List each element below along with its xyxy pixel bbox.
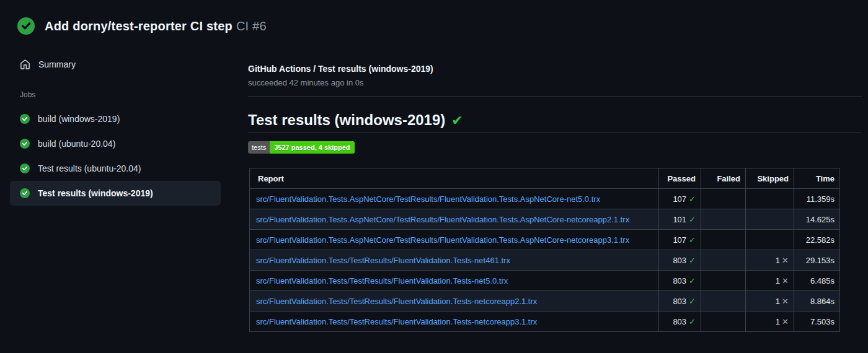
report-link[interactable]: src/FluentValidation.Tests.AspNetCore/Te…	[256, 194, 600, 204]
time-cell: 8.864s	[794, 291, 840, 312]
time-value: 8.864s	[810, 297, 835, 306]
skipped-cell	[746, 230, 794, 250]
passed-cell: 803✓	[659, 271, 701, 291]
time-cell: 11.359s	[794, 189, 840, 209]
time-cell: 22.582s	[794, 230, 840, 250]
failed-cell	[701, 209, 746, 230]
failed-cell	[701, 250, 746, 271]
tests-badge: tests 3527 passed, 4 skipped	[248, 141, 355, 154]
success-check-icon: ✔	[451, 113, 463, 128]
table-row: src/FluentValidation.Tests.AspNetCore/Te…	[250, 189, 840, 209]
column-header: Skipped	[746, 168, 794, 189]
home-icon	[20, 59, 30, 70]
table-row: src/FluentValidation.Tests.AspNetCore/Te…	[250, 209, 840, 230]
failed-cell	[701, 271, 746, 291]
time-value: 14.625s	[806, 215, 835, 224]
skipped-count: 1	[776, 297, 780, 306]
report-cell: src/FluentValidation.Tests/TestResults/F…	[250, 271, 659, 291]
failed-cell	[701, 291, 746, 312]
table-row: src/FluentValidation.Tests/TestResults/F…	[250, 291, 840, 312]
passed-cell: 107✓	[659, 189, 701, 209]
skipped-count: 1	[776, 276, 780, 285]
skipped-cell	[746, 209, 794, 230]
job-label: Test results (windows-2019)	[38, 188, 153, 198]
skipped-cell: 1✕	[746, 271, 794, 291]
check-run-title: GitHub Actions / Test results (windows-2…	[248, 64, 433, 74]
report-link[interactable]: src/FluentValidation.Tests/TestResults/F…	[256, 317, 537, 326]
passed-count: 803	[673, 317, 686, 326]
sidebar: Summary Jobs build (windows-2019)build (…	[0, 0, 236, 353]
passed-count: 107	[673, 194, 686, 204]
passed-count: 107	[673, 235, 686, 245]
job-list: build (windows-2019)build (ubuntu-20.04)…	[10, 107, 221, 206]
summary-label: Summary	[38, 59, 76, 69]
failed-cell	[701, 312, 746, 332]
cross-icon: ✕	[782, 297, 789, 306]
column-header: Report	[250, 168, 659, 189]
passed-cell: 803✓	[659, 312, 701, 332]
check-icon: ✓	[689, 297, 696, 306]
table-header-row: ReportPassedFailedSkippedTime	[250, 168, 840, 189]
check-success-icon	[20, 139, 30, 149]
report-link[interactable]: src/FluentValidation.Tests.AspNetCore/Te…	[256, 215, 629, 224]
sidebar-job-item[interactable]: Test results (ubuntu-20.04)	[10, 156, 221, 181]
check-icon: ✓	[689, 317, 696, 326]
table-row: src/FluentValidation.Tests/TestResults/F…	[250, 271, 840, 291]
badge-message: 3527 passed, 4 skipped	[270, 141, 354, 154]
table-row: src/FluentValidation.Tests.AspNetCore/Te…	[250, 230, 840, 250]
report-cell: src/FluentValidation.Tests.AspNetCore/Te…	[250, 209, 659, 230]
passed-count: 803	[673, 256, 686, 265]
check-icon: ✓	[689, 256, 696, 265]
cross-icon: ✕	[782, 276, 789, 285]
check-success-icon	[20, 114, 30, 124]
check-success-icon	[20, 163, 30, 173]
time-value: 29.153s	[806, 256, 835, 265]
failed-cell	[701, 230, 746, 250]
passed-cell: 101✓	[659, 209, 701, 230]
column-header: Passed	[659, 168, 701, 189]
report-heading-text: Test results (windows-2019)	[248, 111, 445, 128]
passed-count: 803	[673, 297, 686, 306]
skipped-cell: 1✕	[746, 250, 794, 271]
passed-cell: 107✓	[659, 230, 701, 250]
report-cell: src/FluentValidation.Tests/TestResults/F…	[250, 291, 659, 312]
check-icon: ✓	[689, 194, 696, 204]
test-results-table: ReportPassedFailedSkippedTime src/Fluent…	[249, 168, 840, 332]
report-link[interactable]: src/FluentValidation.Tests.AspNetCore/Te…	[256, 235, 629, 245]
skipped-cell: 1✕	[746, 291, 794, 312]
check-success-icon	[20, 188, 30, 198]
report-cell: src/FluentValidation.Tests/TestResults/F…	[250, 250, 659, 271]
report-cell: src/FluentValidation.Tests.AspNetCore/Te…	[250, 189, 659, 209]
cross-icon: ✕	[782, 256, 789, 265]
table-row: src/FluentValidation.Tests/TestResults/F…	[250, 312, 840, 332]
skipped-cell: 1✕	[746, 312, 794, 332]
check-run-panel: GitHub Actions / Test results (windows-2…	[248, 0, 862, 353]
skipped-cell	[746, 189, 794, 209]
skipped-count: 1	[776, 256, 780, 265]
job-label: build (windows-2019)	[38, 114, 120, 124]
report-link[interactable]: src/FluentValidation.Tests/TestResults/F…	[256, 256, 510, 265]
sidebar-job-item[interactable]: Test results (windows-2019)	[10, 181, 221, 206]
job-label: build (ubuntu-20.04)	[38, 139, 115, 149]
failed-cell	[701, 189, 746, 209]
divider	[248, 96, 862, 97]
report-link[interactable]: src/FluentValidation.Tests/TestResults/F…	[256, 297, 537, 306]
cross-icon: ✕	[782, 317, 789, 326]
time-value: 11.359s	[807, 194, 835, 204]
sidebar-job-item[interactable]: build (ubuntu-20.04)	[10, 131, 221, 156]
sidebar-job-item[interactable]: build (windows-2019)	[10, 107, 221, 131]
sidebar-item-summary[interactable]: Summary	[10, 53, 221, 76]
time-value: 7.503s	[810, 317, 835, 326]
report-cell: src/FluentValidation.Tests.AspNetCore/Te…	[250, 230, 659, 250]
report-link[interactable]: src/FluentValidation.Tests/TestResults/F…	[256, 276, 508, 285]
passed-count: 101	[673, 215, 686, 224]
jobs-section-label: Jobs	[20, 90, 35, 99]
column-header: Time	[794, 168, 840, 189]
passed-count: 803	[673, 276, 686, 285]
check-icon: ✓	[689, 235, 696, 245]
skipped-count: 1	[776, 317, 780, 326]
time-cell: 7.503s	[794, 312, 840, 332]
badge-label: tests	[248, 141, 270, 154]
table-row: src/FluentValidation.Tests/TestResults/F…	[250, 250, 840, 271]
check-icon: ✓	[689, 276, 696, 285]
